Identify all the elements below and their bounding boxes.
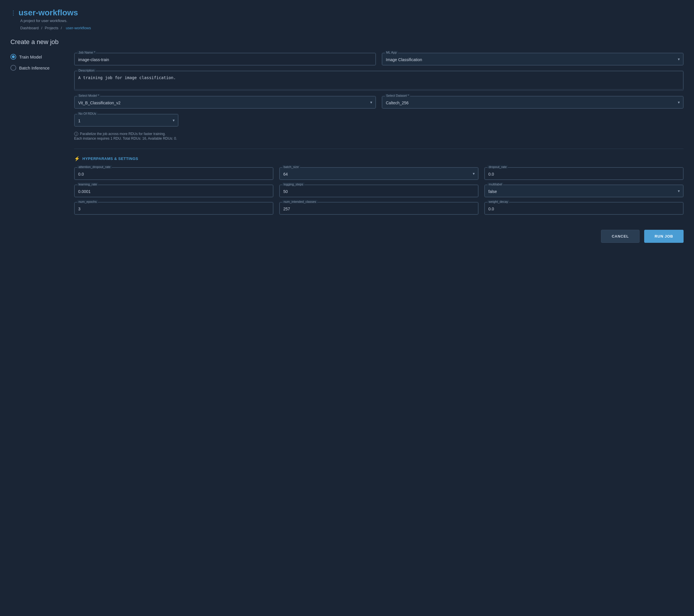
- cancel-button[interactable]: CANCEL: [601, 230, 640, 243]
- select-model-select[interactable]: Vit_B_Classification_v2 ResNet50 Efficie…: [74, 96, 376, 108]
- rdus-label: No Of RDUs: [77, 112, 97, 115]
- weight-decay-field: weight_decay: [484, 202, 683, 215]
- radio-train-model[interactable]: Train Model: [11, 54, 62, 60]
- attention-dropout-field: attention_dropout_rate: [74, 167, 273, 180]
- multilabel-select[interactable]: true false: [485, 185, 683, 197]
- params-grid: attention_dropout_rate batch_size 16 32 …: [74, 167, 683, 215]
- num-intended-classes-field: num_intended_classes: [279, 202, 478, 215]
- info-icon: i: [74, 132, 78, 136]
- description-textarea[interactable]: A training job for image classification.: [74, 71, 683, 90]
- breadcrumb-sep2: /: [61, 26, 62, 30]
- main-layout: Train Model Batch Inference Job Name * M…: [11, 53, 683, 243]
- menu-dots-icon[interactable]: ⋮: [11, 9, 16, 16]
- radio-train-model-label: Train Model: [19, 54, 42, 59]
- ml-app-label: ML App: [385, 51, 398, 54]
- app-title: user-workflows: [19, 8, 78, 17]
- params-row-2: learning_rate logging_steps multilabel t…: [74, 185, 683, 197]
- attention-dropout-label: attention_dropout_rate: [77, 165, 112, 169]
- breadcrumb-sep1: /: [41, 26, 42, 30]
- params-row-1: attention_dropout_rate batch_size 16 32 …: [74, 167, 683, 180]
- job-name-field: Job Name *: [74, 53, 376, 66]
- multilabel-field: multilabel true false: [484, 185, 683, 197]
- select-model-field: Select Model * Vit_B_Classification_v2 R…: [74, 96, 376, 109]
- app-header: ⋮ user-workflows: [11, 8, 683, 17]
- batch-size-field: batch_size 16 32 64 128: [279, 167, 478, 180]
- num-epochs-input[interactable]: [74, 202, 273, 214]
- form-panel: Job Name * ML App Image Classification O…: [74, 53, 683, 243]
- weight-decay-input[interactable]: [485, 202, 683, 214]
- page-title: Create a new job: [11, 38, 683, 46]
- hyperparams-icon: ⚡: [74, 156, 80, 161]
- logging-steps-field: logging_steps: [279, 185, 478, 197]
- breadcrumb: Dashboard / Projects / user-workflows: [20, 26, 683, 30]
- rdu-hint2-text: Each instance requires 1 RDU. Total RDUs…: [74, 137, 683, 141]
- select-dataset-label: Select Dataset *: [385, 94, 410, 97]
- learning-rate-label: learning_rate: [77, 183, 98, 186]
- dropout-rate-label: dropout_rate: [488, 165, 508, 169]
- rdus-field: No Of RDUs 1 2 4 8: [74, 114, 179, 127]
- num-intended-classes-input[interactable]: [279, 202, 478, 214]
- num-intended-classes-label: num_intended_classes: [282, 200, 317, 203]
- dropout-rate-field: dropout_rate: [484, 167, 683, 180]
- hyperparams-title: HYPERPARAMS & SETTINGS: [83, 157, 139, 161]
- ml-app-select[interactable]: Image Classification Object Detection NL…: [382, 53, 683, 65]
- logging-steps-label: logging_steps: [282, 183, 305, 186]
- hyperparams-header: ⚡ HYPERPARAMS & SETTINGS: [74, 156, 683, 161]
- ml-app-field: ML App Image Classification Object Detec…: [382, 53, 683, 66]
- breadcrumb-dashboard[interactable]: Dashboard: [20, 26, 39, 30]
- batch-size-label: batch_size: [282, 165, 300, 169]
- job-name-label: Job Name *: [77, 51, 96, 54]
- description-field: Description A training job for image cla…: [74, 71, 683, 91]
- radio-batch-inference-circle: [11, 65, 16, 71]
- form-row-model-dataset: Select Model * Vit_B_Classification_v2 R…: [74, 96, 683, 109]
- job-type-panel: Train Model Batch Inference: [11, 53, 62, 243]
- rdu-hint: i Parallelize the job across more RDUs f…: [74, 132, 683, 141]
- rdus-select[interactable]: 1 2 4 8: [74, 114, 178, 126]
- select-dataset-select[interactable]: Caltech_256 ImageNet CIFAR-10: [382, 96, 683, 108]
- learning-rate-field: learning_rate: [74, 185, 273, 197]
- breadcrumb-current: user-workflows: [66, 26, 91, 30]
- dropout-rate-input[interactable]: [485, 167, 683, 180]
- num-epochs-label: num_epochs: [77, 200, 98, 203]
- form-row-rdus: No Of RDUs 1 2 4 8: [74, 114, 683, 127]
- num-epochs-field: num_epochs: [74, 202, 273, 215]
- form-row-1: Job Name * ML App Image Classification O…: [74, 53, 683, 66]
- form-row-description: Description A training job for image cla…: [74, 71, 683, 91]
- attention-dropout-input[interactable]: [74, 167, 273, 180]
- select-dataset-field: Select Dataset * Caltech_256 ImageNet CI…: [382, 96, 683, 109]
- learning-rate-input[interactable]: [74, 185, 273, 197]
- section-divider: [74, 149, 683, 149]
- params-row-3: num_epochs num_intended_classes weight_d…: [74, 202, 683, 215]
- radio-batch-inference[interactable]: Batch Inference: [11, 65, 62, 71]
- rdu-hint1-text: Parallelize the job across more RDUs for…: [80, 132, 166, 136]
- radio-batch-inference-label: Batch Inference: [19, 66, 50, 70]
- weight-decay-label: weight_decay: [488, 200, 509, 203]
- radio-train-model-circle: [11, 54, 16, 60]
- batch-size-select[interactable]: 16 32 64 128: [279, 167, 478, 180]
- job-name-input[interactable]: [74, 53, 376, 65]
- description-label: Description: [77, 69, 96, 72]
- run-job-button[interactable]: RUN JOB: [644, 230, 683, 243]
- select-model-label: Select Model *: [77, 94, 100, 97]
- multilabel-label: multilabel: [488, 183, 503, 186]
- app-subtitle: A project for user workflows.: [20, 19, 683, 23]
- rdu-hint-top: i Parallelize the job across more RDUs f…: [74, 132, 683, 136]
- logging-steps-input[interactable]: [279, 185, 478, 197]
- breadcrumb-projects[interactable]: Projects: [44, 26, 58, 30]
- footer-actions: CANCEL RUN JOB: [74, 225, 683, 243]
